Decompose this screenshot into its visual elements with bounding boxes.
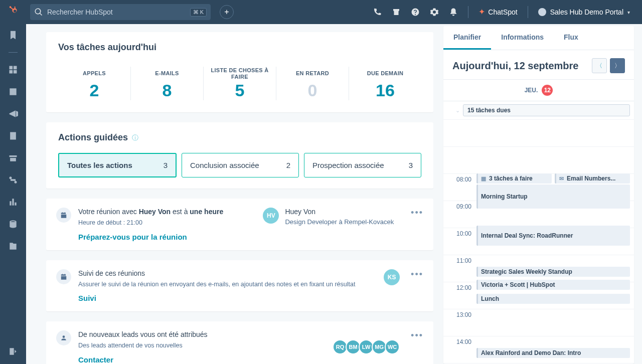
calendar-event[interactable]: ✉Email Numbers...	[555, 173, 630, 184]
action-title: Suivi de ces réunions	[78, 269, 377, 277]
hour-label: 11:00	[443, 255, 475, 282]
person-name: Huey Von	[285, 208, 394, 216]
chatspot-label: ChatSpot	[488, 8, 517, 16]
hour-label: 08:00	[443, 173, 475, 201]
notifications-icon[interactable]	[449, 8, 458, 17]
settings-icon[interactable]	[430, 8, 439, 17]
tab-prospecting[interactable]: Prospection associée 3	[304, 153, 421, 177]
calendar-event[interactable]: ▦3 tâches à faire	[476, 173, 552, 184]
data-icon[interactable]	[8, 219, 18, 229]
tasks-due-label: 15 tâches dues	[463, 104, 630, 116]
calendar-event[interactable]: Strategic Sales Weekly Standup	[476, 267, 630, 277]
event-label: 3 tâches à faire	[489, 175, 533, 182]
calendar-event[interactable]: Victoria + Scott | HubSpot	[476, 280, 630, 290]
topbar-right: ✦ ChatSpot Sales Hub Demo Portal ▾	[373, 6, 638, 18]
hour-label: 10:00	[443, 228, 475, 255]
automation-icon[interactable]	[8, 175, 18, 185]
rail-divider	[9, 52, 18, 53]
create-button[interactable]: +	[220, 5, 234, 19]
calendar-icon	[56, 269, 71, 284]
tab-closing[interactable]: Conclusion associée 2	[182, 153, 299, 177]
more-icon[interactable]: •••	[411, 269, 423, 303]
chatspot-link[interactable]: ✦ ChatSpot	[478, 8, 517, 16]
stat-overdue[interactable]: EN RETARD 0	[276, 67, 349, 100]
more-icon[interactable]: •••	[411, 208, 423, 241]
hour-label: 12:00	[443, 282, 475, 309]
search-icon	[34, 8, 43, 17]
workspaces-icon[interactable]	[8, 65, 18, 75]
help-icon[interactable]	[411, 8, 420, 17]
expand-rail-icon[interactable]	[8, 346, 18, 356]
today-heading: Aujourd'hui, 12 septembre	[452, 60, 578, 72]
stat-emails[interactable]: E-MAILS 8	[131, 67, 204, 100]
action-item: Suivi de ces réunions Assurer le suivi d…	[46, 260, 433, 312]
event-label: Alex Rainford and Demo Dan: Intro	[481, 349, 581, 356]
portal-name: Sales Hub Demo Portal	[550, 8, 623, 16]
info-icon[interactable]: ⓘ	[132, 133, 138, 142]
hubspot-logo[interactable]	[0, 5, 26, 19]
stat-tomorrow[interactable]: DUE DEMAIN 16	[349, 67, 421, 100]
tasks-title: Vos tâches aujourd'hui	[58, 42, 421, 53]
avatar-icon	[538, 8, 546, 16]
divider	[468, 6, 468, 18]
tab-info[interactable]: Informations	[491, 26, 554, 50]
person-add-icon	[56, 330, 71, 345]
phone-icon[interactable]	[373, 8, 382, 17]
tab-schedule[interactable]: Planifier	[443, 26, 491, 50]
task-stats: APPELS 2 E-MAILS 8 LISTE DE CHOSES À FAI…	[58, 62, 421, 100]
calendar-event[interactable]: Lunch	[476, 294, 630, 304]
action-title: Votre réunion avec Huey Von est à une he…	[78, 208, 256, 216]
mail-icon: ✉	[559, 175, 564, 182]
stat-appels[interactable]: APPELS 2	[58, 67, 131, 100]
content-icon[interactable]	[8, 131, 18, 141]
tasks-today-card: Vos tâches aujourd'hui APPELS 2 E-MAILS …	[46, 32, 433, 112]
calendar-day-header: JEU. 12	[443, 79, 634, 101]
hour-label	[443, 146, 475, 173]
stat-todo[interactable]: LISTE DE CHOSES À FAIRE 5	[204, 67, 276, 100]
bookmark-icon[interactable]	[8, 30, 18, 40]
action-item: Votre réunion avec Huey Von est à une he…	[46, 199, 433, 250]
library-icon[interactable]	[8, 241, 18, 251]
topbar: Rechercher HubSpot ⌘K + ✦ ChatSpot Sales…	[0, 0, 642, 24]
calendar-event[interactable]: Alex Rainford and Demo Dan: Intro	[476, 348, 630, 358]
tasks-due-bar[interactable]: ⌄ 15 tâches dues	[443, 101, 634, 119]
next-day-button[interactable]: 〉	[610, 58, 625, 73]
more-icon[interactable]: •••	[411, 330, 423, 364]
action-subtext: Assurer le suivi de la réunion en envoya…	[78, 280, 377, 289]
guided-actions-card: Actions guidées ⓘ Toutes les actions 3 C…	[46, 122, 433, 189]
day-abbr: JEU.	[525, 87, 538, 94]
event-label: Victoria + Scott | HubSpot	[481, 281, 555, 288]
marketplace-icon[interactable]	[392, 8, 401, 17]
search-shortcut: ⌘K	[190, 8, 207, 17]
marketing-icon[interactable]	[8, 109, 18, 119]
avatar: WC	[385, 339, 400, 354]
sprocket-icon	[8, 5, 19, 16]
chatspot-icon: ✦	[478, 8, 485, 16]
avatar: KS	[384, 269, 400, 285]
prev-day-button[interactable]: 〈	[592, 58, 607, 73]
calendar-event[interactable]: Internal Deal Sync: RoadRunner	[476, 226, 630, 246]
guided-actions-title: Actions guidées	[58, 132, 128, 143]
hour-label	[443, 119, 475, 146]
person-role: Design Developer à Rempel-Kovacek	[285, 218, 394, 227]
hour-label: 13:00	[443, 309, 475, 336]
avatar-stack: RQ BM LW MG WC	[335, 339, 400, 354]
action-link-contact[interactable]: Contacter	[78, 355, 328, 364]
action-title: De nouveaux leads vous ont été attribués	[78, 330, 328, 338]
search-input[interactable]: Rechercher HubSpot ⌘K	[30, 4, 211, 20]
action-link-followup[interactable]: Suivi	[78, 294, 377, 302]
calendar-icon	[56, 208, 71, 223]
event-label: Lunch	[481, 295, 499, 302]
commerce-icon[interactable]	[8, 153, 18, 163]
chevron-down-icon: ⌄	[455, 107, 460, 114]
tab-all-actions[interactable]: Toutes les actions 3	[58, 153, 177, 177]
contacts-icon[interactable]	[8, 87, 18, 97]
reporting-icon[interactable]	[8, 197, 18, 207]
calendar-grid[interactable]: 08:0009:0010:0011:0012:0013:0014:00 ▦3 t…	[443, 119, 634, 364]
left-rail	[0, 24, 26, 364]
hour-label: 09:00	[443, 201, 475, 228]
portal-switcher[interactable]: Sales Hub Demo Portal ▾	[538, 8, 630, 16]
tab-feed[interactable]: Flux	[554, 26, 588, 50]
action-link-prepare[interactable]: Préparez-vous pour la réunion	[78, 233, 256, 241]
calendar-event[interactable]: Morning Startup	[476, 185, 630, 209]
